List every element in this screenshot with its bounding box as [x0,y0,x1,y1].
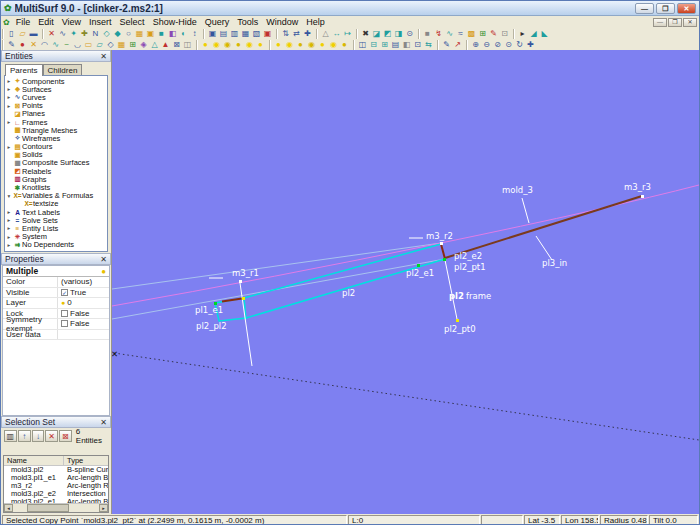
toolbar-icon-r2-g0-i15[interactable]: ⊠ [171,40,182,50]
toolbar-icon-r1-g4-i0[interactable]: △ [320,29,331,39]
menu-select[interactable]: Select [116,17,149,27]
checkbox-icon[interactable] [61,320,68,327]
point-pl2_pt1[interactable] [443,258,446,261]
toolbar-icon-r2-g1-i2[interactable]: ◉ [222,40,233,50]
toolbar-icon-r2-g5-i2[interactable]: ⊘ [492,40,503,50]
toolbar-icon-r1-g7-i2[interactable]: ◣ [539,29,550,39]
tree-expand-icon[interactable]: ▸ [5,225,13,231]
toolbar-icon-r1-g0-i2[interactable]: ▬ [28,29,39,39]
property-value[interactable]: False [58,309,109,318]
scroll-left-icon[interactable]: ◂ [4,504,13,512]
scroll-right-icon[interactable]: ▸ [99,504,108,512]
toolbar-icon-r2-g0-i7[interactable]: ▭ [83,40,94,50]
toolbar-icon-r2-g5-i1[interactable]: ⊖ [481,40,492,50]
tree-item-wireframes[interactable]: ✧Wireframes [5,134,107,142]
scrollbar-thumb[interactable] [27,504,69,512]
toolbar-icon-r2-g0-i2[interactable]: ✕ [28,40,39,50]
toolbar-icon-r1-g6-i3[interactable]: ≈ [455,29,466,39]
toolbar-icon-r2-g0-i1[interactable]: ● [17,40,28,50]
toolbar-icon-r1-g1-i9[interactable]: ▣ [145,29,156,39]
toolbar-icon-r2-g1-i0[interactable]: ● [200,40,211,50]
menu-showhide[interactable]: Show-Hide [149,17,201,27]
toolbar-icon-r1-g5-i2[interactable]: ◩ [382,29,393,39]
toolbar-icon-r2-g0-i9[interactable]: ◇ [105,40,116,50]
properties-close-icon[interactable]: ✕ [100,255,107,264]
dotted-baseline[interactable] [114,353,699,440]
toolbar-icon-r2-g0-i4[interactable]: ∿ [50,40,61,50]
point-pl2_pt0[interactable] [456,319,459,322]
toolbar-icon-r1-g1-i6[interactable]: ◆ [112,29,123,39]
tree-item-contours[interactable]: ▸▤Contours [5,143,107,151]
leader-pl3_in[interactable] [536,236,552,260]
toolbar-icon-r2-g5-i3[interactable]: ⊙ [503,40,514,50]
menu-window[interactable]: Window [262,17,302,27]
toolbar-icon-r1-g1-i0[interactable]: ✕ [46,29,57,39]
toolbar-icon-r1-g2-i1[interactable]: ▤ [218,29,229,39]
tree-item-composite-surfaces[interactable]: ▩Composite Surfaces [5,159,107,167]
tree-item-graphs[interactable]: ▥Graphs [5,175,107,183]
property-value[interactable]: (various) [58,277,109,286]
selection-row[interactable]: mold3.pl2_e2Intersection [4,490,108,498]
pl2-plank-right-edge[interactable] [441,244,445,259]
toolbar-icon-r2-g2-i6[interactable]: ● [339,40,350,50]
toolbar-icon-r2-g3-i1[interactable]: ⊟ [368,40,379,50]
selection-toolbar-button-1[interactable]: ↑ [18,430,31,442]
toolbar-icon-r2-g0-i11[interactable]: ⊞ [127,40,138,50]
tree-expand-icon[interactable]: ▸ [5,94,13,100]
tree-item-curves[interactable]: ▸∿Curves [5,93,107,101]
toolbar-icon-r1-g4-i2[interactable]: ↦ [342,29,353,39]
toolbar-icon-r1-g1-i5[interactable]: ◇ [101,29,112,39]
minimize-button[interactable]: — [635,3,654,14]
tree-expand-icon[interactable]: ▸ [5,144,13,150]
toolbar-icon-r1-g1-i12[interactable]: ◐ [178,29,189,39]
tree-item-points[interactable]: ▸⊠Points [5,102,107,110]
toolbar-icon-r1-g1-i10[interactable]: ■ [156,29,167,39]
tree-item-entity-lists[interactable]: ▸≡Entity Lists [5,224,107,232]
lightbulb-icon[interactable]: ● [101,267,106,276]
toolbar-icon-r1-g5-i0[interactable]: ✖ [360,29,371,39]
point-box-corner[interactable] [242,297,245,300]
toolbar-icon-r2-g3-i6[interactable]: ⇆ [423,40,434,50]
viewport-canvas[interactable]: mold_3m3_r3m3_r2m3_r1pl2_e2pl2_pt1pl2_e1… [112,50,699,514]
toolbar-icon-r2-g1-i5[interactable]: ● [255,40,266,50]
selection-row[interactable]: mold3.pl1_e1Arc-length B [4,474,108,482]
toolbar-icon-r1-g1-i4[interactable]: N [90,29,101,39]
toolbar-icon-r1-g6-i4[interactable]: ▩ [466,29,477,39]
tree-expand-icon[interactable]: ▸ [5,103,13,109]
toolbar-icon-r1-g2-i5[interactable]: ▣ [262,29,273,39]
property-value[interactable]: False [58,319,109,328]
property-value[interactable]: ✓True [58,288,109,297]
toolbar-icon-r2-g3-i0[interactable]: ◫ [357,40,368,50]
close-button[interactable]: ✕ [677,3,696,14]
toolbar-icon-r1-g6-i6[interactable]: ✎ [488,29,499,39]
toolbar-icon-r2-g0-i3[interactable]: ◠ [39,40,50,50]
toolbar-icon-r2-g0-i13[interactable]: △ [149,40,160,50]
toolbar-icon-r2-g3-i2[interactable]: ⊞ [379,40,390,50]
entities-close-icon[interactable]: ✕ [100,52,107,61]
menu-edit[interactable]: Edit [34,17,58,27]
toolbar-icon-r2-g0-i16[interactable]: ◫ [182,40,193,50]
tree-expand-icon[interactable]: ▸ [5,86,13,92]
toolbar-icon-r1-g1-i2[interactable]: ✦ [68,29,79,39]
document-icon[interactable]: ✿ [3,18,10,27]
faint-curve-1[interactable] [112,243,441,289]
pl3_in-line[interactable] [445,196,642,258]
toolbar-icon-r2-g5-i0[interactable]: ⊕ [470,40,481,50]
selection-row[interactable]: mold3.pl2B-spline Cur [4,466,108,474]
property-value[interactable]: ●0 [58,298,109,307]
toolbar-icon-r2-g5-i5[interactable]: ✚ [525,40,536,50]
mdi-restore-button[interactable]: ❐ [668,18,682,27]
toolbar-icon-r1-g3-i0[interactable]: ⇅ [280,29,291,39]
tree-item-planes[interactable]: ◪Planes [5,110,107,118]
toolbar-icon-r2-g1-i3[interactable]: ● [233,40,244,50]
selection-toolbar-button-0[interactable]: ▥ [4,430,17,442]
toolbar-icon-r1-g6-i1[interactable]: ↯ [433,29,444,39]
toolbar-icon-r2-g0-i12[interactable]: ◈ [138,40,149,50]
mold_3-curve[interactable] [112,185,699,306]
toolbar-icon-r2-g4-i1[interactable]: ↗ [452,40,463,50]
toolbar-icon-r1-g2-i4[interactable]: ▧ [251,29,262,39]
toolbar-icon-r1-g5-i1[interactable]: ◪ [371,29,382,39]
toolbar-icon-r2-g0-i10[interactable]: ▦ [116,40,127,50]
toolbar-icon-r1-g3-i2[interactable]: ✚ [302,29,313,39]
toolbar-icon-r2-g4-i0[interactable]: ✎ [441,40,452,50]
